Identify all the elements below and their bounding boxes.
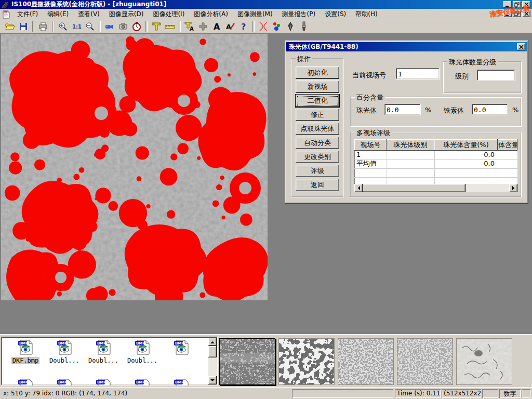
table-header: 视场号 珠光体级别 珠光体含量(%) 铁素体含量(%) [354,139,517,151]
video-camera-icon[interactable] [103,21,116,32]
svg-text:BMP: BMP [175,380,184,384]
ferrite-percent-sign: % [512,106,518,114]
table-cell-pearlite[interactable]: 0.0 [435,151,495,159]
menu-item-image-analysis[interactable]: 图像分析(A) [189,8,233,20]
table-horizontal-scrollbar[interactable] [354,184,517,192]
file-item[interactable]: BMP [46,378,83,385]
table-row[interactable]: 平均值 [356,159,385,168]
dialog-close-icon[interactable] [517,43,525,50]
status-bar: x: 510 y: 79 idx: 0 RGB: (174, 174, 174)… [0,387,532,399]
file-name[interactable]: Doubl... [87,357,119,364]
scrollbar-thumb[interactable] [363,184,466,192]
menu-item-measure-report[interactable]: 测量报告(P) [277,8,321,20]
menu-item-image-display[interactable]: 图像显示(D) [104,8,149,20]
timer-icon[interactable] [130,21,143,32]
menu-item-help[interactable]: 帮助(H) [351,8,382,20]
file-item[interactable]: BMP [7,378,44,385]
col-ferrite-content[interactable]: 铁素体含量(%) [498,139,517,151]
toolbar-separator [145,21,148,32]
help-icon[interactable]: ? [237,21,250,32]
return-button[interactable]: 返回 [296,179,339,191]
pearlite-percent-input[interactable] [384,104,421,115]
table-row[interactable]: 1 [356,151,385,159]
correct-button[interactable]: 修正 [296,109,339,121]
scroll-up-icon[interactable] [208,338,217,346]
file-item[interactable]: BMP [124,378,161,385]
menu-item-edit[interactable]: 编辑(E) [43,8,73,20]
current-field-input[interactable] [396,68,440,79]
menu-item-view[interactable]: 查看(V) [73,8,104,20]
scroll-left-icon[interactable] [354,184,363,192]
thumbnail-5[interactable] [456,338,512,385]
minimize-icon[interactable] [503,1,512,8]
table-cell-pearlite[interactable]: 0.0 [435,159,495,168]
document-icon[interactable]: DOC [2,10,10,19]
file-item[interactable]: BMP Doubl... [85,339,122,364]
classify-icon[interactable] [270,21,284,32]
bmp-file-icon: BMP [172,339,190,355]
menu-item-image-processing[interactable]: 图像处理(I) [148,8,189,20]
restore-icon[interactable] [513,1,521,8]
file-item[interactable]: BMP [85,378,122,385]
file-name[interactable]: Doubl... [48,357,81,364]
font-icon[interactable]: A [210,21,223,32]
camera-icon[interactable] [116,21,130,32]
picker-pen-icon[interactable] [284,21,297,32]
curve-tool-icon[interactable] [257,21,270,32]
menu-item-settings[interactable]: 设置(S) [320,8,351,20]
file-item[interactable]: BMP Doubl... [124,339,161,364]
level-input[interactable] [477,70,515,81]
table-body: 1 0.0 平均值 0.0 [354,151,517,184]
thumbnail-2[interactable] [278,338,335,385]
col-pearlite-content[interactable]: 珠光体含量(%) [434,139,498,151]
binarize-button[interactable]: 二值化 [296,95,339,107]
bmp-file-icon: BMP [56,378,73,385]
file-item[interactable]: BMP [163,339,200,356]
thumbnail-1[interactable] [219,338,275,385]
close-icon[interactable] [522,1,530,8]
measure-font-icon[interactable]: A [183,21,196,32]
ruler-icon[interactable] [163,21,177,32]
change-category-button[interactable]: 更改类别 [296,151,339,163]
brush-icon[interactable] [297,21,311,32]
save-icon[interactable] [17,21,30,32]
annotate-icon[interactable]: A [223,21,237,32]
menu-item-image-measure[interactable]: 图像测量(M) [233,8,277,20]
new-field-button[interactable]: 新视场 [296,81,339,93]
scroll-right-icon[interactable] [509,184,517,192]
bmp-file-icon: BMP [172,378,190,385]
count-grading-group: 珠光体数量分级 级别 [443,61,522,94]
file-item[interactable]: BMP Doubl... [46,339,83,364]
bottom-panel: BMP DKF.bmp BMP Doubl... BMP Doubl... BM… [0,334,532,387]
ferrite-percent-input[interactable] [472,104,508,115]
col-field-number[interactable]: 视场号 [354,139,387,151]
scroll-down-icon[interactable] [208,376,217,384]
menu-item-file[interactable]: 文件(F) [12,8,43,20]
file-item[interactable]: BMP [163,378,200,385]
file-item[interactable]: BMP DKF.bmp [7,339,44,364]
zoom-out-icon[interactable] [83,21,97,32]
file-name[interactable]: DKF.bmp [11,357,40,364]
auto-classify-button[interactable]: 自动分类 [296,137,339,149]
micrograph-image[interactable] [1,34,268,300]
zoom-in-icon[interactable] [56,21,70,32]
svg-text:BMP: BMP [136,380,145,384]
file-name[interactable]: Doubl... [126,357,158,364]
pick-pearlite-button[interactable]: 点取珠光体 [296,123,339,135]
print-icon[interactable] [36,21,50,32]
pattern-grid-icon[interactable] [196,21,210,32]
child-minimize-icon[interactable] [503,10,512,17]
child-close-icon[interactable] [522,10,530,17]
col-pearlite-grade[interactable]: 珠光体级别 [387,139,434,151]
scrollbar-thumb[interactable] [208,346,217,357]
initialize-button[interactable]: 初始化 [296,66,339,79]
thumbnail-3[interactable] [338,338,394,385]
open-icon[interactable] [3,21,17,32]
actual-size-icon[interactable]: 1:1 [70,21,83,32]
thumbnail-4[interactable] [397,338,453,385]
child-restore-icon[interactable] [513,10,521,17]
file-list-scrollbar[interactable] [208,338,217,384]
grade-button[interactable]: 评级 [296,165,339,177]
dialog-title-bar[interactable]: 珠光体(GB/T9441-88) [286,42,527,51]
caliper-icon[interactable] [150,21,163,32]
